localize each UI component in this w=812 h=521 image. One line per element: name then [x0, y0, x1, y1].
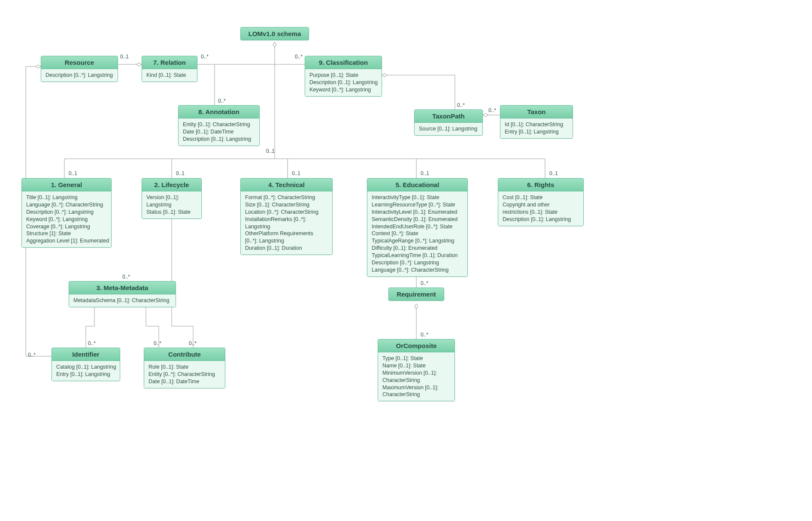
class-body: InteractivityType [0..1]: State Learning… — [367, 191, 467, 276]
class-contribute: Contribute Role [0..1]: State Entity [0.… — [144, 348, 225, 388]
class-title: 6. Rights — [498, 179, 583, 191]
class-body: Cost [0..1]: State Copyright and other r… — [498, 191, 583, 226]
mult-metametadata: 0..* — [122, 274, 130, 280]
class-orcomposite: OrComposite Type [0..1]: State Name [0..… — [378, 339, 455, 401]
mult-identifier-top: 0..* — [88, 340, 96, 346]
class-title: 2. Lifecycle — [142, 179, 201, 191]
class-title: 5. Educational — [367, 179, 467, 191]
class-body: Version [0..1]: Langstring Status [0..1]… — [142, 191, 201, 218]
class-title: Resource — [41, 56, 118, 69]
mult-taxonpath-taxon: 0..* — [488, 107, 496, 113]
class-title: 7. Relation — [142, 56, 197, 69]
class-title: 4. Technical — [241, 179, 332, 191]
mult-educational: 0..1 — [421, 170, 429, 176]
class-title: Identifier — [52, 348, 120, 361]
class-metametadata: 3. Meta-Metadata MetadataSchema [0..1]: … — [69, 281, 176, 307]
mult-requirement: 0..* — [421, 280, 428, 286]
class-title: 1. General — [22, 179, 111, 191]
class-body: Entity [0..1]: CharacterString Date [0..… — [179, 118, 259, 145]
class-body: Format [0..*]: CharacterString Size [0..… — [241, 191, 332, 254]
class-lifecycle: 2. Lifecycle Version [0..1]: Langstring … — [142, 178, 202, 219]
class-body: Id [0..1]: CharacterString Entry [0..1]:… — [500, 118, 573, 138]
mult-rights: 0..1 — [549, 170, 558, 176]
mult-contribute-2: 0..* — [189, 340, 197, 346]
class-body: Type [0..1]: State Name [0..1]: State Mi… — [378, 352, 454, 401]
class-title: OrComposite — [378, 339, 454, 352]
class-title: 9. Classification — [305, 56, 382, 69]
mult-identifier-left: 0..* — [28, 352, 36, 358]
class-body: Description [0..*]: Langstring — [41, 69, 118, 82]
mult-mid: 0..1 — [266, 148, 275, 154]
class-requirement: Requirement — [388, 288, 444, 301]
class-title: Contribute — [144, 348, 225, 361]
class-technical: 4. Technical Format [0..*]: CharacterStr… — [240, 178, 333, 255]
mult-root-relation: 0..* — [201, 54, 209, 60]
class-root: LOMv1.0 schema — [240, 27, 309, 40]
mult-technical: 0..1 — [292, 170, 300, 176]
class-body: MetadataSchema [0..1]: CharacterString — [69, 294, 176, 307]
class-taxonpath: TaxonPath Source [0..1]: Langstring — [414, 109, 483, 136]
class-resource: Resource Description [0..*]: Langstring — [41, 56, 118, 82]
mult-root-classification: 0..* — [295, 54, 303, 60]
class-body: Source [0..1]: Langstring — [415, 123, 482, 135]
mult-contribute-1: 0..* — [154, 340, 161, 346]
class-general: 1. General Title [0..1]: Langstring Lang… — [21, 178, 112, 248]
mult-classification-taxonpath: 0..* — [457, 102, 465, 108]
mult-orcomposite: 0..* — [421, 332, 428, 338]
class-title: LOMv1.0 schema — [241, 27, 309, 40]
class-title: 3. Meta-Metadata — [69, 282, 176, 294]
class-annotation: 8. Annotation Entity [0..1]: CharacterSt… — [178, 105, 260, 146]
class-body: Title [0..1]: Langstring Language [0..*]… — [22, 191, 111, 247]
diagram-canvas: LOMv1.0 schema Resource Description [0..… — [0, 0, 812, 521]
class-body: Kind [0..1]: State — [142, 69, 197, 82]
class-body: Purpose [0..1]: State Description [0..1]… — [305, 69, 382, 96]
class-title: TaxonPath — [415, 110, 482, 123]
class-rights: 6. Rights Cost [0..1]: State Copyright a… — [498, 178, 584, 226]
mult-lifecycle: 0..1 — [176, 170, 185, 176]
class-relation: 7. Relation Kind [0..1]: State — [142, 56, 197, 82]
class-body: Role [0..1]: State Entity [0..*]: Charac… — [144, 361, 225, 388]
class-identifier: Identifier Catalog [0..1]: Langstring En… — [52, 348, 120, 381]
class-title: Requirement — [389, 288, 444, 300]
class-taxon: Taxon Id [0..1]: CharacterString Entry [… — [500, 105, 573, 139]
class-educational: 5. Educational InteractivityType [0..1]:… — [367, 178, 468, 277]
mult-general: 0..1 — [69, 170, 77, 176]
mult-relation-annotation: 0..* — [218, 98, 226, 104]
mult-relation-resource: 0..1 — [120, 54, 129, 60]
class-title: 8. Annotation — [179, 106, 259, 118]
class-classification: 9. Classification Purpose [0..1]: State … — [305, 56, 382, 97]
class-title: Taxon — [500, 106, 573, 118]
class-body: Catalog [0..1]: Langstring Entry [0..1]:… — [52, 361, 120, 381]
